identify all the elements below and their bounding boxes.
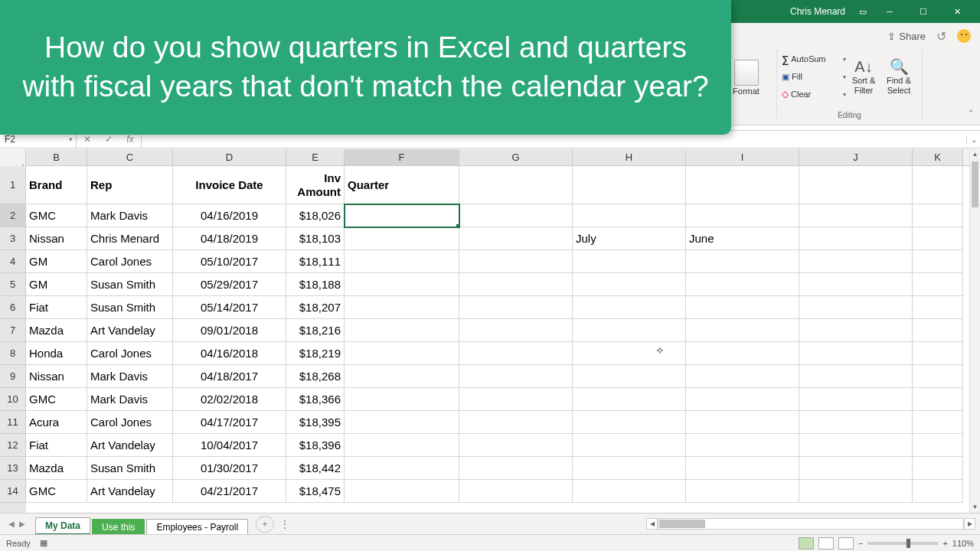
cell[interactable]: [913, 204, 963, 227]
macro-record-icon[interactable]: ▦: [40, 538, 47, 548]
cell-rep[interactable]: Mark Davis: [87, 365, 173, 388]
format-icon[interactable]: [734, 60, 759, 86]
normal-view-button[interactable]: [799, 537, 814, 549]
column-header-F[interactable]: F: [345, 149, 459, 165]
cell-brand[interactable]: GM: [26, 273, 87, 296]
cell-quarter[interactable]: [345, 434, 459, 457]
cell-brand[interactable]: Acura: [26, 411, 87, 434]
row-header-14[interactable]: 14: [0, 480, 26, 503]
cell[interactable]: [573, 434, 686, 457]
row-header-12[interactable]: 12: [0, 434, 26, 457]
cell[interactable]: [573, 296, 686, 319]
header-invoice-date[interactable]: Invoice Date: [173, 166, 286, 204]
cell-amount[interactable]: $18,475: [286, 480, 345, 503]
row-header-9[interactable]: 9: [0, 365, 26, 388]
autosum-button[interactable]: ∑AutoSum▾: [782, 51, 846, 67]
cell[interactable]: [686, 342, 799, 365]
clear-button[interactable]: ◇Clear▾: [782, 86, 846, 103]
cell[interactable]: [459, 166, 573, 204]
format-label[interactable]: Format: [733, 86, 760, 96]
cell-date[interactable]: 04/16/2018: [173, 342, 286, 365]
cell-brand[interactable]: GMC: [26, 388, 87, 411]
cell[interactable]: [459, 273, 573, 296]
cell[interactable]: [799, 296, 913, 319]
sheet-tab-employees---payroll[interactable]: Employees - Payroll: [146, 519, 248, 535]
cell[interactable]: [913, 365, 963, 388]
cell[interactable]: [799, 166, 913, 204]
sheet-tab-use-this[interactable]: Use this: [92, 519, 145, 535]
cell-rep[interactable]: Susan Smith: [87, 296, 173, 319]
cell[interactable]: [913, 227, 963, 250]
page-layout-view-button[interactable]: [818, 537, 834, 549]
cell-amount[interactable]: $18,188: [286, 273, 345, 296]
cell-rep[interactable]: Mark Davis: [87, 388, 173, 411]
cell[interactable]: [686, 411, 799, 434]
cell[interactable]: [573, 457, 686, 480]
cell[interactable]: [573, 250, 686, 273]
cell-rep[interactable]: Susan Smith: [87, 457, 173, 480]
cell-rep[interactable]: Carol Jones: [87, 342, 173, 365]
scroll-left-icon[interactable]: ◀: [646, 518, 658, 530]
scroll-right-icon[interactable]: ▶: [964, 518, 975, 530]
cell[interactable]: [573, 411, 686, 434]
cell-date[interactable]: 05/29/2017: [173, 273, 286, 296]
column-header-C[interactable]: C: [87, 149, 173, 165]
sort-filter-button[interactable]: A↓ Sort & Filter: [846, 58, 881, 94]
cell-amount[interactable]: $18,442: [286, 457, 345, 480]
cell-quarter[interactable]: [345, 388, 459, 411]
cell-amount[interactable]: $18,395: [286, 411, 345, 434]
cell-brand[interactable]: Nissan: [26, 227, 87, 250]
cell-rep[interactable]: Art Vandelay: [87, 434, 173, 457]
cell[interactable]: [799, 388, 913, 411]
sheet-nav-arrows[interactable]: ◀▶: [0, 520, 34, 528]
cell-date[interactable]: 09/01/2018: [173, 319, 286, 342]
cell-amount[interactable]: $18,216: [286, 319, 345, 342]
cell[interactable]: [459, 204, 573, 227]
cell-amount[interactable]: $18,026: [286, 204, 345, 227]
cell[interactable]: [573, 166, 686, 204]
cell-quarter[interactable]: [345, 273, 459, 296]
cell[interactable]: [573, 342, 686, 365]
cell[interactable]: [573, 480, 686, 503]
cell[interactable]: [686, 296, 799, 319]
cell[interactable]: [573, 204, 686, 227]
cell-date[interactable]: 04/21/2017: [173, 480, 286, 503]
cell[interactable]: [799, 365, 913, 388]
cell-quarter[interactable]: [345, 227, 459, 250]
zoom-level[interactable]: 110%: [952, 539, 974, 548]
vertical-scrollbar[interactable]: ▲ ▼: [969, 149, 980, 513]
add-sheet-button[interactable]: +: [256, 516, 274, 533]
cell[interactable]: [686, 204, 799, 227]
cell-quarter[interactable]: [345, 480, 459, 503]
cell[interactable]: [459, 250, 573, 273]
feedback-smiley-icon[interactable]: [957, 29, 971, 43]
row-header-4[interactable]: 4: [0, 250, 26, 273]
cell[interactable]: [799, 480, 913, 503]
cell[interactable]: [459, 365, 573, 388]
row-header-5[interactable]: 5: [0, 273, 26, 296]
cell-brand[interactable]: Mazda: [26, 319, 87, 342]
cell-brand[interactable]: Honda: [26, 342, 87, 365]
cell[interactable]: [799, 273, 913, 296]
row-headers[interactable]: 1234567891011121314: [0, 166, 26, 513]
cell[interactable]: [573, 273, 686, 296]
cell-amount[interactable]: $18,219: [286, 342, 345, 365]
column-header-K[interactable]: K: [913, 149, 963, 165]
cell-brand[interactable]: Fiat: [26, 296, 87, 319]
cell-rep[interactable]: Mark Davis: [87, 204, 173, 227]
cell-rep[interactable]: Carol Jones: [87, 411, 173, 434]
horizontal-scrollbar[interactable]: ◀ ▶: [646, 518, 975, 530]
row-header-10[interactable]: 10: [0, 388, 26, 411]
cell[interactable]: [686, 365, 799, 388]
scroll-thumb[interactable]: [972, 161, 978, 207]
zoom-in-button[interactable]: +: [942, 539, 947, 548]
cell[interactable]: [913, 296, 963, 319]
find-select-button[interactable]: 🔍 Find & Select: [881, 58, 916, 94]
cell[interactable]: [686, 166, 799, 204]
cell-brand[interactable]: GM: [26, 250, 87, 273]
cell[interactable]: [913, 434, 963, 457]
cell[interactable]: [459, 342, 573, 365]
cell[interactable]: [799, 319, 913, 342]
cell[interactable]: [459, 434, 573, 457]
cell-date[interactable]: 04/16/2019: [173, 204, 286, 227]
